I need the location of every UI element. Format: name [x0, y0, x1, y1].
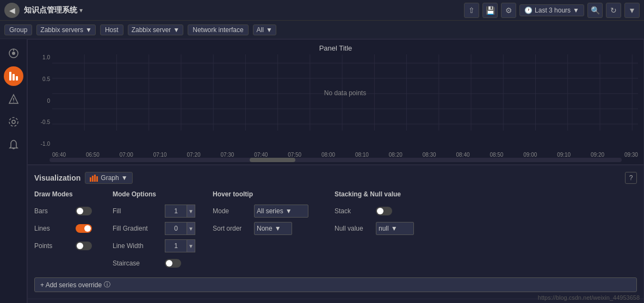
mode-hover-label: Mode	[213, 207, 251, 215]
stack-label: Stack	[335, 207, 373, 215]
svg-rect-36	[92, 176, 94, 182]
points-label: Points	[34, 242, 72, 250]
svg-point-1	[12, 52, 15, 55]
fill-gradient-arrow-btn[interactable]: ▼	[187, 222, 195, 235]
staircase-toggle[interactable]	[165, 259, 181, 268]
svg-rect-37	[94, 175, 96, 182]
lines-toggle[interactable]	[76, 224, 92, 233]
sidebar-icon-monitor[interactable]	[4, 66, 23, 86]
fill-arrow-btn[interactable]: ▼	[187, 205, 195, 218]
graph-type-dropdown[interactable]: Graph ▼	[85, 172, 132, 184]
draw-modes-column: Draw Modes Bars Lines Points	[34, 190, 100, 271]
points-toggle[interactable]	[76, 242, 92, 250]
sort-order-value: None	[257, 225, 273, 232]
x-label-13: 08:40	[456, 152, 470, 158]
mode-options-title: Mode Options	[113, 190, 200, 198]
chart-scrollbar[interactable]	[49, 158, 622, 162]
points-option: Points	[34, 238, 100, 253]
fill-input[interactable]	[165, 205, 187, 218]
fill-gradient-input[interactable]	[165, 222, 187, 235]
svg-rect-3	[9, 72, 11, 81]
hover-tooltip-title: Hover tooltip	[213, 190, 321, 198]
search-btn[interactable]: 🔍	[587, 3, 603, 18]
network-interface-filter[interactable]: Network interface	[188, 24, 248, 35]
watermark: https://blog.csdn.net/weixin_44953658	[538, 294, 640, 301]
x-label-17: 09:20	[591, 152, 604, 158]
options-grid: Draw Modes Bars Lines Points	[34, 190, 637, 271]
line-width-option: Line Width ▼	[113, 238, 200, 253]
x-label-7: 07:40	[254, 152, 268, 158]
y-label-5: -1.0	[35, 141, 50, 147]
y-axis: 1.0 0.5 0 -0.5 -1.0	[33, 54, 52, 147]
clock-icon: 🕐	[524, 7, 532, 14]
stacking-null-column: Stacking & Null value Stack Null value n…	[335, 190, 443, 271]
x-label-14: 08:50	[490, 152, 503, 158]
mode-hover-value: All series	[257, 207, 283, 215]
x-label-15: 09:00	[523, 152, 537, 158]
null-value-value: null	[379, 225, 389, 232]
mode-hover-option: Mode All series ▼	[213, 203, 321, 219]
refresh-btn[interactable]: ↻	[606, 3, 621, 18]
bars-toggle[interactable]	[76, 207, 92, 215]
add-override-area: + Add series override ⓘ	[34, 277, 637, 292]
line-width-number-select: ▼	[165, 239, 195, 252]
time-selector[interactable]: 🕐 Last 3 hours ▼	[519, 4, 584, 16]
bars-option: Bars	[34, 203, 100, 219]
x-label-4: 07:10	[153, 152, 167, 158]
zabbix-server-filter[interactable]: Zabbix server ▼	[128, 24, 184, 35]
share-icon-btn[interactable]: ⇧	[464, 3, 479, 18]
back-button[interactable]: ◀	[4, 3, 20, 18]
x-label-11: 08:20	[389, 152, 403, 158]
bars-label: Bars	[34, 207, 72, 215]
y-label-3: 0	[35, 98, 50, 104]
top-nav: ◀ 知识点管理系统 ▾ ⇧ 💾 ⚙ 🕐 Last 3 hours ▼ 🔍 ↻ ▼	[0, 0, 644, 21]
chart-inner: 1.0 0.5 0 -0.5 -1.0	[33, 54, 638, 158]
chart-scrollbar-thumb[interactable]	[250, 158, 295, 162]
staircase-label: Staircase	[113, 259, 162, 267]
null-value-select[interactable]: null ▼	[376, 222, 414, 235]
line-width-arrow-btn[interactable]: ▼	[187, 239, 195, 252]
svg-rect-4	[13, 74, 15, 81]
x-label-8: 07:50	[288, 152, 301, 158]
time-label: Last 3 hours	[535, 7, 571, 14]
panel-header: Visualization Graph ▼ ?	[34, 172, 637, 184]
help-button[interactable]: ?	[625, 172, 637, 184]
sort-order-select[interactable]: None ▼	[254, 222, 292, 235]
lines-label: Lines	[34, 225, 72, 232]
host-filter[interactable]: Host	[100, 24, 123, 35]
line-width-input[interactable]	[165, 239, 187, 252]
x-label-16: 09:10	[557, 152, 571, 158]
add-override-help: ⓘ	[104, 280, 110, 289]
x-label-2: 06:50	[86, 152, 100, 158]
add-override-button[interactable]: + Add series override ⓘ	[34, 277, 637, 292]
x-label-9: 08:00	[321, 152, 335, 158]
settings-icon-btn[interactable]: ⚙	[501, 3, 516, 18]
svg-point-9	[12, 120, 15, 123]
x-label-1: 06:40	[52, 152, 66, 158]
stack-toggle[interactable]	[376, 207, 392, 215]
fill-gradient-label: Fill Gradient	[113, 225, 162, 232]
mode-options-column: Mode Options Fill ▼ Fill Gradient ▼	[113, 190, 200, 271]
sidebar-icon-settings[interactable]	[4, 112, 23, 132]
sidebar-icon-notification[interactable]	[4, 135, 23, 154]
svg-point-10	[9, 118, 18, 126]
sidebar-icon-dashboard[interactable]	[4, 44, 23, 63]
lines-option: Lines	[34, 221, 100, 236]
stacking-null-title: Stacking & Null value	[335, 190, 443, 198]
draw-modes-title: Draw Modes	[34, 190, 100, 198]
more-btn[interactable]: ▼	[624, 3, 640, 18]
staircase-option: Staircase	[113, 256, 200, 271]
mode-hover-select[interactable]: All series ▼	[254, 205, 308, 218]
nav-icons: ⇧ 💾 ⚙ 🕐 Last 3 hours ▼ 🔍 ↻ ▼	[464, 3, 640, 18]
svg-rect-38	[96, 176, 98, 182]
chart-container: Panel Title 1.0 0.5 0 -0.5 -1.0	[27, 39, 644, 165]
fill-label: Fill	[113, 207, 162, 215]
group-filter[interactable]: Group	[4, 24, 32, 35]
fill-option: Fill ▼	[113, 203, 200, 219]
all-filter[interactable]: All ▼	[253, 24, 276, 35]
save-icon-btn[interactable]: 💾	[482, 3, 498, 18]
fill-gradient-option: Fill Gradient ▼	[113, 221, 200, 236]
sort-order-label: Sort order	[213, 225, 251, 232]
zabbix-servers-filter[interactable]: Zabbix servers ▼	[36, 24, 96, 35]
sidebar-icon-alert[interactable]	[4, 89, 23, 109]
